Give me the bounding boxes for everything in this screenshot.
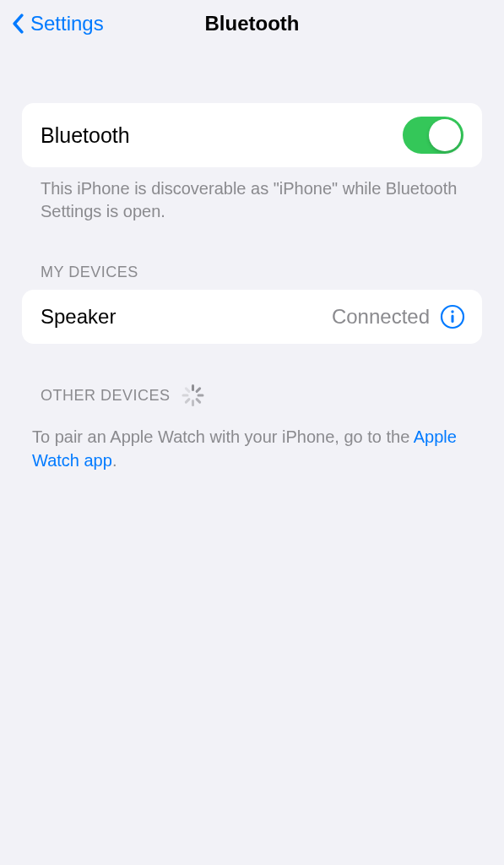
device-name: Speaker xyxy=(41,305,116,329)
bluetooth-label: Bluetooth xyxy=(41,123,130,148)
pair-prefix: To pair an Apple Watch with your iPhone,… xyxy=(32,427,414,446)
toggle-knob xyxy=(429,119,461,151)
bluetooth-toggle-row: Bluetooth xyxy=(22,103,482,167)
my-devices-header: MY DEVICES xyxy=(22,223,482,290)
device-row[interactable]: Speaker Connected xyxy=(22,290,482,344)
my-devices-card: Speaker Connected xyxy=(22,290,482,344)
loading-spinner-icon xyxy=(182,384,204,406)
svg-rect-2 xyxy=(452,315,454,324)
back-label: Settings xyxy=(30,12,104,35)
nav-bar: Settings Bluetooth xyxy=(0,0,504,47)
bluetooth-toggle-card: Bluetooth xyxy=(22,103,482,167)
pair-suffix: . xyxy=(112,451,117,470)
bluetooth-toggle[interactable] xyxy=(403,117,463,154)
svg-point-1 xyxy=(451,310,453,313)
other-devices-label: OTHER DEVICES xyxy=(41,387,171,405)
device-status: Connected xyxy=(332,305,430,329)
other-devices-header: OTHER DEVICES xyxy=(22,344,482,415)
pair-watch-text: To pair an Apple Watch with your iPhone,… xyxy=(22,415,482,472)
info-icon[interactable] xyxy=(440,304,465,329)
bluetooth-footer-text: This iPhone is discoverable as "iPhone" … xyxy=(22,167,482,223)
chevron-left-icon xyxy=(12,14,24,34)
back-button[interactable]: Settings xyxy=(0,12,104,35)
